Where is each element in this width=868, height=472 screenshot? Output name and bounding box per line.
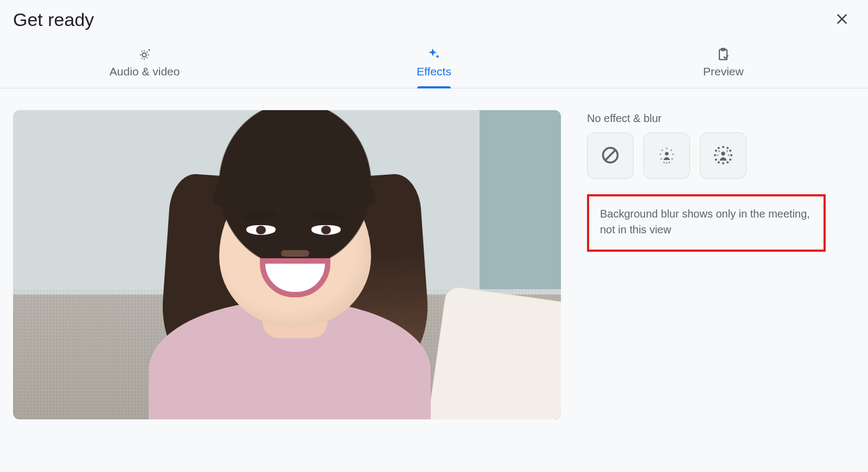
full-blur-icon [711,143,735,169]
content-area: No effect & blur [0,88,868,419]
svg-point-21 [726,146,729,149]
blur-notice-text: Background blur shows only in the meetin… [600,208,810,235]
svg-point-29 [726,161,729,163]
tab-label: Preview [703,65,744,78]
effect-none-button[interactable] [587,132,634,179]
svg-point-24 [714,154,716,156]
clipboard-check-icon [716,47,731,62]
eye-right [311,225,341,235]
svg-point-19 [722,145,724,148]
svg-point-12 [672,153,674,155]
svg-line-6 [605,150,615,160]
blur-notice: Background blur shows only in the meetin… [587,194,826,252]
svg-point-18 [721,151,725,155]
no-effect-icon [600,145,621,167]
dialog-title: Get ready [13,9,94,30]
effects-sidebar: No effect & blur [587,110,826,419]
preview-person [84,116,496,419]
effect-full-blur-button[interactable] [700,132,746,179]
svg-point-32 [726,150,729,152]
svg-point-13 [660,158,662,160]
svg-point-26 [715,158,717,161]
svg-point-28 [718,161,720,163]
svg-point-30 [722,162,724,164]
svg-point-10 [671,149,672,151]
svg-point-27 [729,158,731,161]
svg-point-23 [729,149,731,151]
tab-label: Effects [417,65,451,78]
svg-point-16 [668,161,670,163]
close-icon [835,12,849,28]
effects-row [587,132,826,179]
svg-point-15 [663,161,665,163]
video-preview [13,110,561,419]
svg-point-33 [717,154,719,156]
effects-section-label: No effect & blur [587,112,826,125]
tab-preview[interactable]: Preview [579,39,868,88]
close-button[interactable] [829,7,855,33]
person-nose [289,250,302,257]
svg-point-8 [666,147,667,149]
svg-point-22 [715,149,717,151]
svg-point-7 [665,152,669,156]
tab-audio-video[interactable]: Audio & video [0,39,289,88]
svg-point-14 [671,158,673,160]
sparkle-icon [426,47,442,62]
settings-sparkle-icon [137,47,152,62]
effect-slight-blur-button[interactable] [643,132,690,179]
svg-point-25 [730,154,732,156]
tab-bar: Audio & video Effects Preview [0,39,868,88]
svg-point-34 [727,154,730,156]
svg-point-11 [660,153,661,155]
svg-point-2 [142,53,146,56]
person-hair [176,110,414,354]
tab-label: Audio & video [110,65,180,78]
svg-point-20 [718,146,720,149]
slight-blur-icon [656,144,678,168]
tab-effects[interactable]: Effects [289,39,578,88]
svg-point-9 [661,149,663,151]
eye-left [246,225,276,235]
svg-point-17 [666,162,667,163]
dialog-header: Get ready [0,0,868,33]
svg-point-31 [718,150,720,152]
